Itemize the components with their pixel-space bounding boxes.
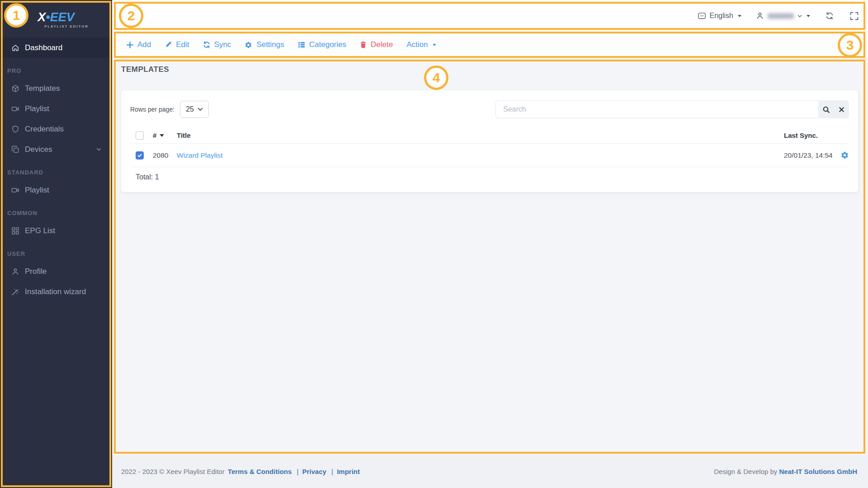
footer-separator: | [297,468,298,475]
app-window: X•EEV PLAYLIST EDITOR Dashboard PRO Temp… [0,0,868,488]
sidebar-item-playlist-pro[interactable]: Playlist [0,99,112,119]
refresh-icon [825,11,834,20]
column-header-title[interactable]: Title [177,131,784,139]
sidebar-item-label: Playlist [25,104,49,113]
logo-wordmark: X•EEV [38,11,75,23]
refresh-button[interactable] [817,11,842,20]
sidebar-menu: Dashboard PRO Templates Playlist Creden [0,38,112,302]
settings-label: Settings [256,40,284,49]
gear-icon [245,41,252,49]
language-selector[interactable]: English [690,12,749,20]
action-label: Action [406,40,428,49]
cube-icon [11,84,20,93]
plus-icon [127,42,133,48]
logo-dot: • [46,10,50,24]
footer-separator: | [331,468,333,475]
edit-label: Edit [176,40,189,49]
home-icon [11,43,20,52]
app-logo: X•EEV PLAYLIST EDITOR [0,0,112,35]
magic-wand-icon [11,287,20,296]
caret-down-icon [807,15,810,17]
grid-icon [11,226,20,235]
row-checkbox[interactable] [136,151,144,160]
row-settings-button[interactable] [840,151,849,160]
search-icon [822,106,830,113]
sidebar-item-installation-wizard[interactable]: Installation wizard [0,282,112,302]
rows-per-page: Rows per page: 25 [130,101,209,118]
logo-subtitle: PLAYLIST EDITOR [44,24,89,28]
sidebar-item-templates[interactable]: Templates [0,78,112,99]
sidebar: X•EEV PLAYLIST EDITOR Dashboard PRO Temp… [0,0,112,488]
footer-credit: Design & Develop by Neat-IT Solutions Gm… [714,468,857,475]
video-camera-icon [11,104,20,113]
table-controls: Rows per page: 25 [130,100,849,118]
rows-per-page-select[interactable]: 25 [180,101,209,118]
sync-icon [203,41,210,48]
copyright-text: 2022 - 2023 © Xeev Playlist Editor [121,468,225,475]
sidebar-section-user: USER [0,241,112,261]
settings-button[interactable]: Settings [245,40,284,49]
privacy-link[interactable]: Privacy [302,468,326,475]
fullscreen-button[interactable] [842,11,859,21]
sidebar-item-credentials[interactable]: Credentials [0,119,112,139]
content-area: TEMPLATES Rows per page: 25 [112,58,868,455]
logo-x: X [38,10,46,24]
categories-button[interactable]: Categories [298,40,346,49]
caret-down-icon [433,44,436,46]
user-menu[interactable] [749,12,817,20]
categories-label: Categories [309,40,346,49]
caret-down-icon [738,15,741,17]
delete-label: Delete [371,40,393,49]
search-input[interactable] [495,100,818,118]
chevron-down-icon [198,108,203,111]
credit-prefix: Design & Develop by [714,468,777,475]
table-header: # Title Last Sync. [130,127,849,144]
delete-button[interactable]: Delete [360,40,393,49]
sidebar-item-profile[interactable]: Profile [0,261,112,282]
terms-link[interactable]: Terms & Conditions [228,468,292,475]
action-dropdown-button[interactable]: Action [406,40,436,49]
row-title-link[interactable]: Wizard Playlist [177,151,223,159]
imprint-link[interactable]: Imprint [337,468,360,475]
select-all-checkbox[interactable] [136,131,144,140]
sidebar-item-label: Profile [25,267,47,276]
edit-button[interactable]: Edit [165,40,189,49]
row-id: 2080 [153,151,177,160]
toolbar: Add Edit Sync Settings Categories Delete [112,32,868,58]
sidebar-item-playlist-standard[interactable]: Playlist [0,180,112,200]
clear-search-button[interactable] [834,100,849,118]
table-row: 2080 Wizard Playlist 20/01/23, 14:54 [130,144,849,167]
sidebar-item-label: Credentials [25,125,64,134]
sidebar-item-dashboard[interactable]: Dashboard [0,38,112,58]
sort-desc-icon [160,134,164,137]
topbar: English [112,0,868,32]
sidebar-item-label: Playlist [25,186,49,195]
column-header-id[interactable]: # [153,131,177,139]
chevron-down-icon [797,14,802,18]
add-button[interactable]: Add [127,40,151,49]
pencil-icon [165,41,172,48]
username-blurred [768,13,794,19]
trash-icon [360,41,367,48]
footer: 2022 - 2023 © Xeev Playlist Editor Terms… [112,455,868,488]
search-button[interactable] [818,100,834,118]
column-header-last-sync[interactable]: Last Sync. [784,131,834,139]
sidebar-item-label: Installation wizard [25,287,86,296]
message-icon [698,12,706,20]
sync-button[interactable]: Sync [203,40,231,49]
rows-per-page-value: 25 [186,105,194,113]
sidebar-item-label: Templates [25,84,60,93]
sidebar-item-devices[interactable]: Devices [0,139,112,160]
credit-link[interactable]: Neat-IT Solutions GmbH [779,468,858,475]
language-label: English [710,12,733,20]
user-icon [11,267,20,276]
list-icon [298,41,305,48]
search-bar [495,100,849,118]
sidebar-item-label: EPG List [25,226,55,235]
gear-icon [840,151,849,160]
rows-per-page-label: Rows per page: [130,106,175,113]
total-count: Total: 1 [130,167,849,187]
sidebar-section-standard: STANDARD [0,160,112,180]
sidebar-item-epg-list[interactable]: EPG List [0,221,112,241]
shield-icon [11,125,20,134]
